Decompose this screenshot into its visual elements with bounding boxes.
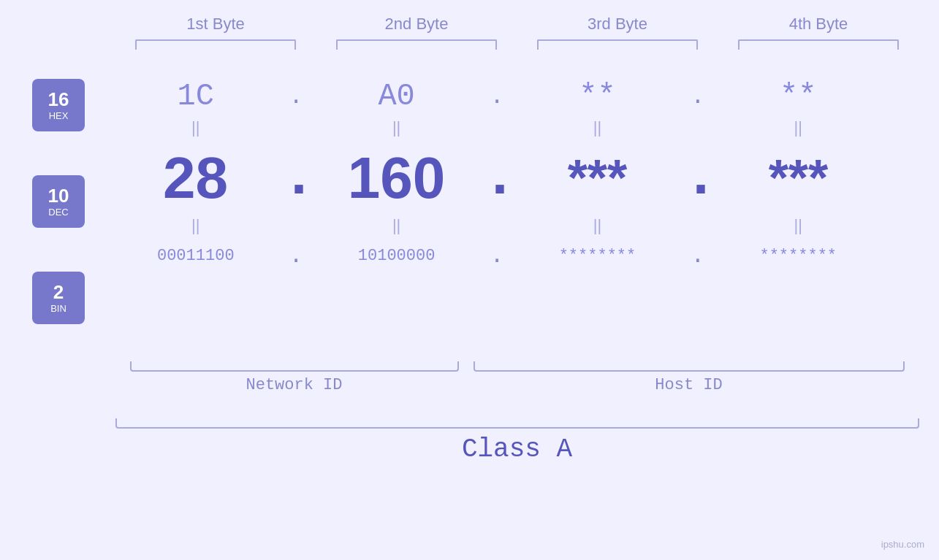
hex-badge: 16 HEX (32, 79, 85, 131)
dec-b3-value: *** (568, 149, 628, 207)
bin-b4-value: ******** (759, 247, 837, 265)
network-id-bracket (130, 361, 459, 372)
equals-row-1: || || || || (95, 118, 899, 137)
byte4-header: 4th Byte (731, 15, 906, 34)
bin-dot1: . (282, 242, 311, 269)
hex-b3-value: ** (579, 79, 615, 114)
dec-b1-cell: 28 (110, 145, 281, 212)
dec-badge-label: DEC (48, 207, 68, 218)
bin-badge: 2 BIN (32, 272, 85, 324)
top-brackets (115, 39, 919, 50)
eq2-b3: || (512, 216, 684, 235)
bin-dot2: . (482, 242, 511, 269)
bin-badge-number: 2 (53, 282, 64, 303)
eq1-b3: || (512, 118, 684, 137)
equals-row-2: || || || || (95, 216, 899, 235)
hex-dot1: . (282, 83, 311, 110)
dec-b4-value: *** (769, 149, 829, 207)
bin-b1-cell: 00011100 (110, 247, 282, 265)
dec-badge: 10 DEC (32, 175, 85, 228)
id-labels-row: Network ID Host ID (115, 376, 919, 405)
hex-b2-cell: A0 (311, 79, 483, 114)
bin-b1-value: 00011100 (157, 247, 235, 265)
bottom-brackets-area (115, 331, 919, 372)
data-rows: 1C . A0 . ** . ** || || (95, 72, 939, 324)
main-container: 1st Byte 2nd Byte 3rd Byte 4th Byte 16 H… (0, 0, 939, 560)
eq2-b2: || (311, 216, 483, 235)
bin-b4-cell: ******** (712, 247, 884, 265)
hex-b1-cell: 1C (110, 79, 282, 114)
dec-dot2: . (482, 149, 512, 207)
bin-b2-cell: 10100000 (311, 247, 483, 265)
dec-badge-number: 10 (48, 185, 69, 207)
class-label: Class A (115, 434, 919, 464)
dec-b3-cell: *** (512, 149, 683, 207)
bin-badge-label: BIN (50, 303, 66, 314)
eq1-b4: || (712, 118, 884, 137)
hex-b1-value: 1C (178, 79, 214, 114)
dec-row: 28 . 160 . *** . *** (95, 145, 899, 212)
bracket-byte2 (336, 39, 497, 50)
bracket-byte4 (738, 39, 899, 50)
dec-dot1: . (281, 149, 311, 207)
hex-b3-cell: ** (512, 79, 684, 114)
eq1-b1: || (110, 118, 282, 137)
hex-b4-value: ** (780, 79, 816, 114)
bin-b3-value: ******** (559, 247, 636, 265)
byte1-header: 1st Byte (128, 15, 303, 34)
hex-dot3: . (683, 83, 712, 110)
watermark: ipshu.com (881, 539, 924, 550)
byte3-header: 3rd Byte (530, 15, 705, 34)
eq1-b2: || (311, 118, 483, 137)
network-id-label: Network ID (130, 376, 459, 394)
dec-b2-cell: 160 (311, 145, 482, 212)
hex-b4-cell: ** (712, 79, 884, 114)
hex-b2-value: A0 (378, 79, 414, 114)
dec-b1-value: 28 (163, 145, 228, 212)
class-bracket (115, 418, 919, 429)
bracket-byte3 (537, 39, 698, 50)
host-id-label: Host ID (474, 376, 905, 394)
byte-headers-row: 1st Byte 2nd Byte 3rd Byte 4th Byte (115, 15, 919, 34)
bin-b3-cell: ******** (512, 247, 684, 265)
hex-row: 1C . A0 . ** . ** (95, 79, 899, 114)
dec-dot3: . (683, 149, 712, 207)
bin-row: 00011100 . 10100000 . ******** . *******… (95, 242, 899, 269)
rows-area: 16 HEX 10 DEC 2 BIN 1C . A0 (0, 72, 939, 324)
eq2-b4: || (712, 216, 884, 235)
hex-badge-label: HEX (49, 110, 69, 121)
byte2-header: 2nd Byte (329, 15, 504, 34)
eq2-b1: || (110, 216, 282, 235)
bracket-byte1 (135, 39, 296, 50)
hex-dot2: . (482, 83, 511, 110)
hex-badge-number: 16 (48, 89, 69, 110)
class-bracket-area: Class A (115, 418, 919, 464)
host-id-bracket (474, 361, 905, 372)
dec-b2-value: 160 (348, 145, 445, 212)
badge-column: 16 HEX 10 DEC 2 BIN (0, 72, 95, 324)
dec-b4-cell: *** (712, 149, 884, 207)
bin-dot3: . (683, 242, 712, 269)
bin-b2-value: 10100000 (358, 247, 436, 265)
